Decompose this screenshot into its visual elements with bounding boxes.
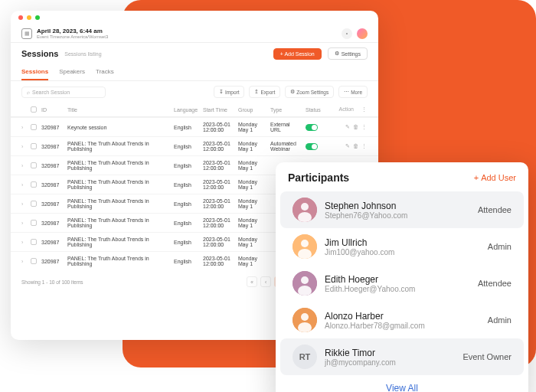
row-checkbox[interactable] <box>31 162 37 168</box>
row-checkbox[interactable] <box>31 239 37 245</box>
cell-lang: English <box>174 144 200 149</box>
export-button[interactable]: ↥Export <box>249 86 280 98</box>
participant-email: Jim100@yahoo.com <box>325 248 480 256</box>
tab-sessions[interactable]: Sessions <box>21 64 48 80</box>
settings-button[interactable]: ⚙Settings <box>328 47 368 60</box>
table-row[interactable]: ›320987PANEL: The Truth About Trends in … <box>11 136 378 155</box>
cell-start: 2023-05-0112:00:00 <box>203 256 235 266</box>
participant-item[interactable]: Stephen JohnsonStephen76@Yahoo.comAttend… <box>280 191 524 228</box>
zoom-settings-button[interactable]: ⚙Zoom Settings <box>285 86 334 98</box>
trash-icon[interactable]: 🗑 <box>353 124 358 130</box>
participant-role: Admin <box>488 315 511 325</box>
chevron-right-icon[interactable]: › <box>21 144 28 149</box>
page-prev[interactable]: ‹ <box>260 276 271 287</box>
edit-icon[interactable]: ✎ <box>345 124 350 130</box>
close-dot[interactable] <box>18 15 23 20</box>
cell-lang: English <box>174 201 200 207</box>
col-title: Title <box>67 107 171 113</box>
chevron-right-icon[interactable]: › <box>21 240 28 245</box>
more-button[interactable]: ⋯More <box>338 86 368 98</box>
page-info: Showing 1 - 10 of 100 items <box>21 279 83 285</box>
cell-id: 320987 <box>41 125 64 130</box>
chevron-right-icon[interactable]: › <box>21 220 28 226</box>
cell-title: Keynote session <box>67 125 171 130</box>
plus-icon: + <box>474 173 479 182</box>
status-toggle[interactable] <box>306 124 318 131</box>
participant-avatar <box>293 308 317 332</box>
chevron-right-icon[interactable]: › <box>21 182 28 188</box>
add-user-button[interactable]: +Add User <box>474 173 516 182</box>
col-type: Type <box>270 107 302 113</box>
svg-point-10 <box>301 313 309 321</box>
col-status: Status <box>306 107 328 113</box>
cell-start: 2023-05-0112:00:00 <box>203 237 235 247</box>
row-checkbox[interactable] <box>31 143 37 149</box>
edit-icon[interactable]: ✎ <box>345 143 350 149</box>
participant-avatar <box>293 234 317 259</box>
import-icon: ↧ <box>219 89 224 95</box>
export-icon: ↥ <box>254 89 259 95</box>
cell-group: MondayMay 1 <box>238 160 267 171</box>
cell-start: 2023-05-0112:00:00 <box>203 198 235 209</box>
participant-name: Stephen Johnson <box>325 201 470 211</box>
row-menu-icon[interactable]: ⋮ <box>361 143 367 149</box>
cell-group: MondayMay 1 <box>238 217 267 228</box>
page-first[interactable]: « <box>247 276 257 287</box>
cell-start: 2023-05-0112:00:00 <box>203 122 235 132</box>
cell-group: MondayMay 1 <box>238 256 267 266</box>
participant-name: Jim Ullrich <box>325 237 480 248</box>
participant-email: Alonzo.Harber78@gmail.com <box>325 322 480 330</box>
bell-icon[interactable]: • <box>342 28 352 39</box>
min-dot[interactable] <box>27 15 31 20</box>
cell-lang: English <box>174 125 200 130</box>
cell-title: PANEL: The Truth About Trends in Publish… <box>67 256 171 266</box>
row-checkbox[interactable] <box>31 124 37 130</box>
max-dot[interactable] <box>35 15 40 20</box>
svg-point-1 <box>301 203 309 211</box>
import-button[interactable]: ↧Import <box>214 86 244 98</box>
more-icon: ⋯ <box>344 89 349 95</box>
participant-name: Alonzo Harber <box>325 311 480 322</box>
participant-item[interactable]: Alonzo HarberAlonzo.Harber78@gmail.comAd… <box>280 302 524 338</box>
view-all-link[interactable]: View All <box>276 375 528 392</box>
header-bar: ▦ April 28, 2023, 6:44 am Event Timezone… <box>11 24 378 43</box>
participant-role: Attendee <box>478 279 511 288</box>
row-checkbox[interactable] <box>31 220 37 226</box>
col-group: Group <box>238 107 267 113</box>
cell-id: 320987 <box>41 163 64 168</box>
chevron-right-icon[interactable]: › <box>21 259 28 264</box>
participant-email: jh@mycompany.com <box>325 358 455 367</box>
participant-item[interactable]: RTRikkie Timorjh@mycompany.comEvent Owne… <box>280 338 524 375</box>
tab-speakers[interactable]: Speakers <box>59 64 85 80</box>
participant-role: Event Owner <box>462 352 511 361</box>
col-start: Start Time <box>203 107 235 113</box>
participant-item[interactable]: Jim UllrichJim100@yahoo.comAdmin <box>280 228 524 265</box>
row-checkbox[interactable] <box>31 201 37 207</box>
cell-type: ExternalURL <box>270 122 302 132</box>
status-toggle[interactable] <box>306 143 318 150</box>
table-row[interactable]: ›320987Keynote sessionEnglish2023-05-011… <box>11 117 378 136</box>
page-title: Sessions <box>21 49 58 58</box>
chevron-right-icon[interactable]: › <box>21 125 28 130</box>
chevron-right-icon[interactable]: › <box>21 163 28 168</box>
participant-name: Rikkie Timor <box>325 348 455 358</box>
add-session-button[interactable]: + Add Session <box>273 48 322 60</box>
row-checkbox[interactable] <box>31 181 37 188</box>
page-subtitle: Sessions listing <box>64 51 101 57</box>
tab-tracks[interactable]: Tracks <box>96 64 114 80</box>
chevron-right-icon[interactable]: › <box>21 201 28 207</box>
cell-title: PANEL: The Truth About Trends in Publish… <box>67 237 171 247</box>
row-checkbox[interactable] <box>31 258 37 264</box>
cell-type: AutomatedWebinar <box>270 141 302 152</box>
cell-group: MondayMay 1 <box>238 237 267 247</box>
participant-email: Stephen76@Yahoo.com <box>325 211 470 220</box>
calendar-icon: ▦ <box>21 28 32 39</box>
trash-icon[interactable]: 🗑 <box>353 143 358 149</box>
cell-id: 320987 <box>41 201 64 207</box>
participant-item[interactable]: Edith HoegerEdith.Hoeger@Yahoo.comAttend… <box>280 265 524 302</box>
cell-lang: English <box>174 240 200 245</box>
user-avatar[interactable] <box>357 28 368 39</box>
checkbox-all[interactable] <box>31 106 37 113</box>
row-menu-icon[interactable]: ⋮ <box>361 124 367 130</box>
search-input[interactable]: ⌕Search Session <box>21 87 106 98</box>
